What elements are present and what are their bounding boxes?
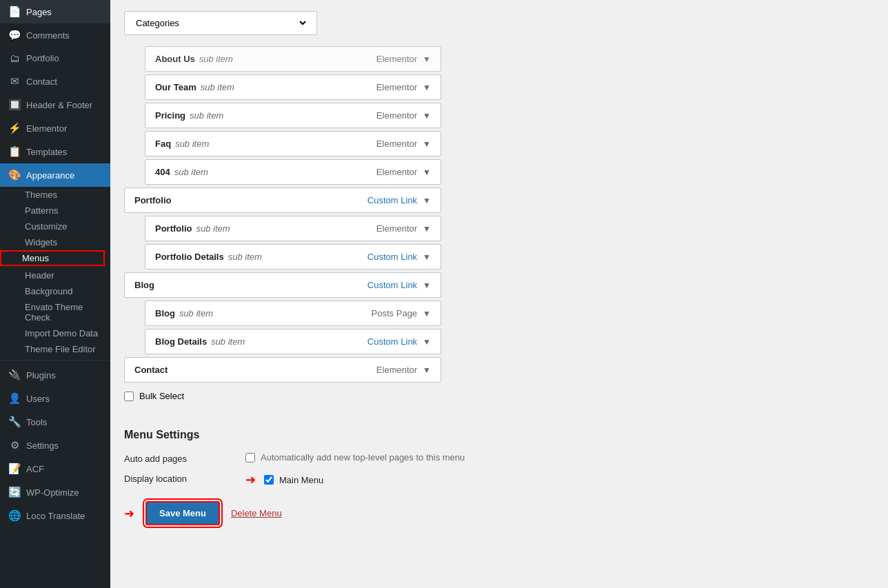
sidebar-sub-envato[interactable]: Envato Theme Check [0, 299, 110, 325]
display-location-arrow: ➜ [245, 472, 256, 487]
save-delete-row: ➜ Save Menu Delete Menu [124, 501, 772, 539]
sidebar-item-portfolio[interactable]: 🗂 Portfolio [0, 47, 110, 70]
auto-add-pages-checkbox[interactable] [245, 453, 255, 463]
plugins-icon: 🔌 [8, 369, 21, 381]
menu-item-contact-parent: Contact Elementor ▼ [124, 357, 441, 383]
main-content: Categories About Us sub item Elementor ▼… [110, 0, 888, 588]
tools-icon: 🔧 [8, 416, 21, 428]
blog-details-expand-btn[interactable]: ▼ [423, 337, 431, 347]
sidebar-item-loco-translate[interactable]: 🌐 Loco Translate [0, 504, 110, 527]
sidebar-sub-header[interactable]: Header [0, 267, 110, 283]
menu-item-portfolio-details: Portfolio Details sub item Custom Link ▼ [145, 244, 441, 270]
sidebar-item-plugins[interactable]: 🔌 Plugins [0, 363, 110, 387]
sidebar-sub-background[interactable]: Background [0, 283, 110, 299]
portfolio-icon: 🗂 [8, 52, 21, 64]
auto-add-pages-hint: Automatically add new top-level pages to… [261, 452, 465, 463]
blog-parent-expand-btn[interactable]: ▼ [423, 281, 431, 290]
sidebar-sub-widgets[interactable]: Widgets [0, 234, 110, 250]
delete-menu-button[interactable]: Delete Menu [231, 508, 282, 518]
save-arrow: ➜ [124, 506, 134, 521]
menu-settings-title: Menu Settings [124, 429, 772, 441]
menu-item-blog-sub: Blog sub item Posts Page ▼ [145, 301, 441, 326]
sidebar-item-pages[interactable]: 📄 Pages [0, 0, 110, 23]
elementor-icon: ⚡ [8, 122, 21, 134]
portfolio-sub-expand-btn[interactable]: ▼ [423, 224, 431, 234]
comments-icon: 💬 [8, 29, 21, 41]
users-icon: 👤 [8, 392, 21, 405]
sidebar-item-header-footer[interactable]: 🔲 Header & Footer [0, 93, 110, 116]
sidebar-item-templates[interactable]: 📋 Templates [0, 140, 110, 163]
menu-item-portfolio-parent: Portfolio Custom Link ▼ [124, 187, 441, 213]
menu-item-pricing: Pricing sub item Elementor ▼ [145, 103, 441, 128]
templates-icon: 📋 [8, 145, 21, 158]
bulk-select-label: Bulk Select [139, 391, 184, 401]
sidebar-item-elementor[interactable]: ⚡ Elementor [0, 116, 110, 140]
save-menu-button[interactable]: Save Menu [145, 501, 220, 525]
categories-select[interactable]: Categories [133, 17, 308, 29]
sidebar-sub-patterns[interactable]: Patterns [0, 203, 110, 219]
main-menu-checkbox[interactable] [264, 475, 274, 485]
blog-sub-expand-btn[interactable]: ▼ [423, 309, 431, 318]
loco-icon: 🌐 [8, 509, 21, 522]
menu-item-our-team: Our Team sub item Elementor ▼ [145, 74, 441, 100]
sidebar-item-comments[interactable]: 💬 Comments [0, 23, 110, 47]
pages-icon: 📄 [8, 6, 21, 18]
sidebar-sub-customize[interactable]: Customize [0, 219, 110, 234]
display-location-row: Display location ➜ Main Menu [124, 472, 772, 487]
contact-expand-btn[interactable]: ▼ [423, 365, 431, 375]
menu-item-about-us: About Us sub item Elementor ▼ [145, 46, 441, 72]
our-team-expand-btn[interactable]: ▼ [423, 83, 431, 92]
wp-optimize-icon: 🔄 [8, 486, 21, 498]
menu-item-blog-parent: Blog Custom Link ▼ [124, 272, 441, 298]
404-expand-btn[interactable]: ▼ [423, 168, 431, 177]
appearance-icon: 🎨 [8, 169, 21, 181]
header-footer-icon: 🔲 [8, 99, 21, 111]
auto-add-pages-label: Auto add pages [124, 452, 234, 464]
sidebar: 📄 Pages 💬 Comments 🗂 Portfolio ✉ Contact… [0, 0, 110, 588]
pricing-expand-btn[interactable]: ▼ [423, 111, 431, 121]
sidebar-item-appearance[interactable]: 🎨 Appearance [0, 163, 110, 187]
auto-add-pages-row: Auto add pages Automatically add new top… [124, 452, 772, 464]
sidebar-item-users[interactable]: 👤 Users [0, 387, 110, 410]
menu-settings-section: Menu Settings Auto add pages Automatical… [124, 418, 772, 539]
bulk-select-row: Bulk Select [124, 391, 772, 401]
portfolio-details-expand-btn[interactable]: ▼ [423, 252, 431, 262]
settings-icon: ⚙ [8, 439, 21, 452]
sidebar-item-contact[interactable]: ✉ Contact [0, 70, 110, 93]
sidebar-item-tools[interactable]: 🔧 Tools [0, 410, 110, 434]
about-us-expand-btn[interactable]: ▼ [423, 54, 431, 64]
categories-dropdown-container[interactable]: Categories [124, 11, 317, 35]
sidebar-sub-import-demo[interactable]: Import Demo Data [0, 325, 110, 341]
sidebar-item-wp-optimize[interactable]: 🔄 WP-Optimize [0, 480, 110, 504]
menu-item-portfolio-sub: Portfolio sub item Elementor ▼ [145, 216, 441, 241]
sidebar-item-settings[interactable]: ⚙ Settings [0, 434, 110, 457]
sidebar-sub-theme-file-editor[interactable]: Theme File Editor [0, 341, 110, 357]
main-menu-label: Main Menu [279, 475, 323, 485]
acf-icon: 📝 [8, 463, 21, 475]
sidebar-sub-themes[interactable]: Themes [0, 187, 110, 203]
display-location-label: Display location [124, 472, 234, 484]
portfolio-parent-expand-btn[interactable]: ▼ [423, 196, 431, 205]
bulk-select-checkbox[interactable] [124, 392, 134, 401]
menu-item-faq: Faq sub item Elementor ▼ [145, 131, 441, 156]
menu-item-404: 404 sub item Elementor ▼ [145, 159, 441, 185]
menu-items-list: About Us sub item Elementor ▼ Our Team s… [124, 46, 441, 383]
faq-expand-btn[interactable]: ▼ [423, 139, 431, 149]
sidebar-item-acf[interactable]: 📝 ACF [0, 457, 110, 480]
sidebar-sub-menus[interactable]: Menus [0, 250, 105, 266]
contact-icon: ✉ [8, 75, 21, 88]
menu-item-blog-details: Blog Details sub item Custom Link ▼ [145, 329, 441, 354]
